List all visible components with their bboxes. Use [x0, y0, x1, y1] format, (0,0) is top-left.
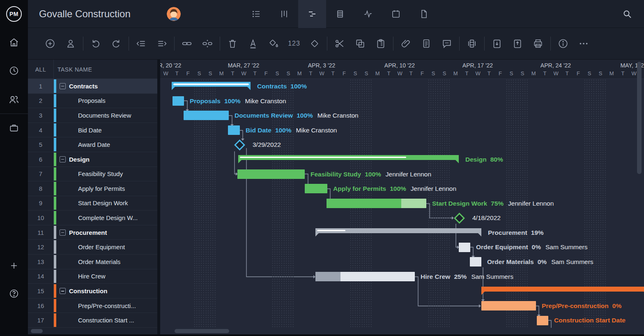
- milestone-button[interactable]: [309, 38, 320, 49]
- pm-logo-icon: PM: [6, 6, 22, 22]
- fill-color-button[interactable]: [268, 38, 279, 49]
- collapse-icon[interactable]: [60, 156, 66, 162]
- font-color-button[interactable]: [248, 38, 258, 49]
- chart-vscroll-thumb[interactable]: [637, 62, 642, 174]
- tab-gantt-view[interactable]: [298, 0, 326, 28]
- task-bar[interactable]: [172, 96, 184, 106]
- task-row-8[interactable]: 8Apply for Permits: [28, 181, 157, 196]
- sidebar-home-button[interactable]: [0, 31, 28, 54]
- tab-list-view[interactable]: [242, 0, 270, 28]
- tab-activity-view[interactable]: [354, 0, 382, 28]
- task-bar[interactable]: [537, 316, 548, 325]
- task-bar[interactable]: [470, 257, 481, 266]
- sidebar-team-button[interactable]: [0, 88, 28, 111]
- task-row-13[interactable]: 13Order Materials: [28, 255, 157, 269]
- more-options-button[interactable]: [578, 38, 589, 49]
- print-button[interactable]: [533, 38, 543, 49]
- task-row-12[interactable]: 12Order Equipment: [28, 240, 157, 255]
- info-button[interactable]: [558, 38, 568, 49]
- indent-icon: [156, 38, 167, 49]
- sidebar-portfolio-button[interactable]: [0, 116, 28, 139]
- unlink-icon: [202, 38, 213, 49]
- summary-bar[interactable]: [172, 82, 251, 87]
- cut-button[interactable]: [334, 38, 345, 49]
- delete-button[interactable]: [227, 38, 238, 49]
- collapse-icon[interactable]: [60, 288, 66, 294]
- search-button[interactable]: [618, 0, 637, 28]
- task-row-2[interactable]: 2Proposals: [28, 94, 157, 109]
- sidebar-time-button[interactable]: [0, 59, 28, 82]
- task-panel-hscroll-thumb[interactable]: [31, 329, 43, 333]
- calendar-view-icon: [391, 9, 401, 19]
- notes-button[interactable]: [421, 38, 432, 49]
- task-bar[interactable]: [184, 111, 229, 120]
- task-row-7[interactable]: 7Feasibility Study: [28, 167, 157, 182]
- task-row-11[interactable]: 11Procurement: [28, 225, 157, 240]
- tab-sheet-view[interactable]: [326, 0, 354, 28]
- task-bar[interactable]: [228, 125, 240, 135]
- task-bar[interactable]: [315, 272, 415, 281]
- tab-page-view[interactable]: [410, 0, 438, 28]
- task-row-4[interactable]: 4Bid Date: [28, 123, 157, 138]
- task-row-6[interactable]: 6Design: [28, 152, 157, 167]
- task-row-17[interactable]: 17Construction Start ...: [28, 313, 157, 328]
- task-row-5[interactable]: 5Award Date: [28, 137, 157, 152]
- task-bar[interactable]: [237, 169, 305, 179]
- sidebar-help-button[interactable]: [0, 282, 28, 305]
- sidebar-add-button[interactable]: [0, 254, 28, 277]
- paste-button[interactable]: [375, 38, 386, 49]
- task-row-1[interactable]: 1Contracts: [28, 79, 157, 94]
- project-owner-avatar[interactable]: [167, 7, 181, 21]
- import-button[interactable]: [492, 38, 502, 49]
- task-progress: [327, 199, 401, 208]
- task-name-label: Apply for Permits: [56, 181, 156, 196]
- outdent-icon: [136, 38, 147, 49]
- attachment-button[interactable]: [400, 38, 411, 49]
- collapse-icon[interactable]: [60, 229, 66, 236]
- collapse-icon[interactable]: [60, 83, 66, 89]
- comment-button[interactable]: [442, 38, 452, 49]
- task-bar[interactable]: [327, 199, 426, 208]
- unlink-tasks-button[interactable]: [202, 38, 213, 49]
- assign-user-button[interactable]: [65, 38, 76, 49]
- task-row-3[interactable]: 3Documents Review: [28, 108, 157, 123]
- task-bar[interactable]: [305, 184, 327, 193]
- timeline-day-label: S: [198, 70, 201, 76]
- summary-bar[interactable]: [315, 228, 481, 233]
- chart-hscroll-thumb[interactable]: [175, 329, 229, 333]
- export-button[interactable]: [512, 38, 523, 49]
- task-row-14[interactable]: 14Hire Crew: [28, 269, 157, 284]
- bar-label: Contracts100%: [257, 79, 307, 94]
- undo-button[interactable]: [90, 38, 101, 49]
- task-color-strip: [53, 79, 56, 93]
- summary-progress-line: [240, 157, 406, 158]
- font-color-icon: [248, 38, 258, 49]
- tab-calendar-view[interactable]: [382, 0, 410, 28]
- number-format-button[interactable]: 123: [289, 38, 299, 49]
- timeline-day-label: S: [365, 70, 368, 76]
- columns-button[interactable]: [467, 38, 477, 49]
- task-row-number: 8: [28, 181, 53, 196]
- task-row-10[interactable]: 10Complete Design W...: [28, 211, 157, 225]
- indent-button[interactable]: [156, 38, 167, 49]
- task-color-strip: [53, 167, 56, 181]
- column-header-task-name[interactable]: TASK NAME: [58, 60, 92, 79]
- redo-button[interactable]: [111, 38, 122, 49]
- task-row-16[interactable]: 16Prep/Pre-constructi...: [28, 299, 157, 313]
- column-header-all[interactable]: ALL: [28, 60, 53, 79]
- tab-board-view[interactable]: [270, 0, 298, 28]
- copy-button[interactable]: [355, 38, 366, 49]
- task-row-9[interactable]: 9Start Design Work: [28, 196, 157, 211]
- summary-bar[interactable]: [238, 155, 459, 160]
- panel-splitter[interactable]: [157, 60, 160, 336]
- app-logo[interactable]: PM: [0, 0, 28, 28]
- link-tasks-button[interactable]: [182, 38, 192, 49]
- task-bar[interactable]: [481, 301, 536, 311]
- team-icon: [8, 94, 20, 105]
- outdent-button[interactable]: [136, 38, 147, 49]
- add-task-button[interactable]: [45, 38, 55, 49]
- summary-bar[interactable]: [481, 287, 644, 292]
- task-bar[interactable]: [459, 243, 470, 252]
- ellipsis-icon: [578, 38, 589, 49]
- task-row-15[interactable]: 15Construction: [28, 284, 157, 299]
